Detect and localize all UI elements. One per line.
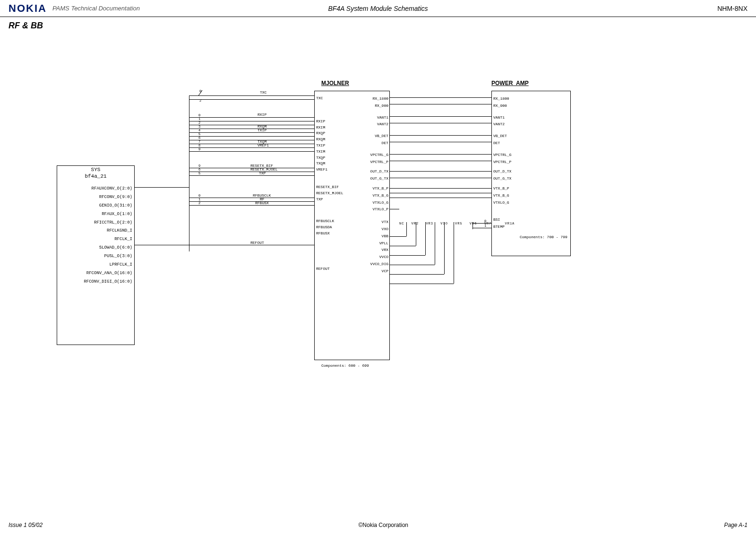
power-amp-title: POWER_AMP [491,80,529,86]
mj-pin: VTXLO_P [365,206,388,213]
wire [189,198,314,198]
net-label: RXIP [258,113,266,117]
mj-pin: VVCO_DIG [365,261,388,268]
wire [390,274,444,275]
mj-pin: VTX [365,219,388,226]
nokia-logo: NOKIA [9,2,47,15]
mj-pin: TXQP [316,155,344,161]
wire [390,265,435,265]
vr-label: VR5 [455,222,463,225]
wire [135,245,314,245]
mj-pin: VTX_B_P [365,185,388,192]
schematic-canvas: MJOLNER POWER_AMP SYS bf4a_21 RFAUXCONV_… [57,71,699,411]
mj-pin: OUT_D_TX [365,168,388,175]
mj-pin: RFBUSX [316,231,344,237]
mj-pin: DET [365,140,388,147]
wire [189,117,314,118]
model-code: NHM-8NX [717,5,747,12]
pa-pin: VANT1 [493,114,511,121]
sys-port: RFCONV_ANA_O(16:0) [84,269,132,278]
wire [189,205,314,206]
wire [390,198,491,198]
net-label: TXP [259,172,266,176]
vr-label: VIO [440,222,448,225]
mj-pin: VRX [365,247,388,254]
vr-label: VR2 [412,222,419,225]
components-note-600: Components: 600 - 699 [321,364,369,368]
pa-pin: OUT_D_TX [493,168,511,175]
mj-pin: VTX_B_G [365,192,388,199]
bus-num: 2 [199,99,201,103]
mj-pin: RFBUSDA [316,224,344,231]
pa-pin: VB_DET [493,133,511,140]
wire [189,99,314,100]
pa-pin: RX_900 [493,103,511,110]
sys-port: RFCLKGND_I [84,227,132,235]
vr-label: NC [399,222,404,225]
wire [189,95,189,251]
wire [390,116,491,117]
sys-port: PUSL_O(3:0) [84,252,132,261]
pa-pin: VTXLO_G [493,199,511,207]
wire [189,136,314,137]
wire [390,161,491,161]
mj-pin: TXQM [316,161,344,167]
wire [472,228,491,228]
wire [189,175,314,176]
net-label: TXIP [258,129,266,133]
wire [390,188,491,189]
net-label: RFBUSX [255,201,269,206]
page-header: NOKIA PAMS Technical Documentation BF4A … [0,0,756,17]
wire [189,147,314,148]
bus-num: 2 [198,202,200,206]
mj-pin: VPLL [365,240,388,247]
net-label: TXC [260,91,266,95]
sys-port: SLOWAD_O(6:0) [84,244,132,252]
wire [390,123,491,123]
wire [189,129,314,129]
bus-num: 9 [198,148,200,152]
issue-date: Issue 1 05/02 [9,522,43,528]
page-footer: Issue 1 05/02 ©Nokia Corporation Page A-… [0,522,756,535]
wire [390,97,491,98]
mjolner-title: MJOLNER [321,80,349,86]
pa-pin: OUT_G_TX [493,175,511,182]
pa-pin: DET [493,140,511,147]
wire [390,171,491,172]
mj-pin: TXC [316,95,344,102]
wire [189,95,314,96]
wire [189,132,314,133]
mj-pin: RXIP [316,119,344,125]
wire [189,201,314,202]
sys-port: RFICCTRL_O(2:0) [84,219,132,227]
sys-port: RFCLK_I [84,235,132,244]
wire [454,222,454,284]
sys-title-line2: bf4a_21 [57,173,134,179]
page-number: Page A-1 [724,522,747,528]
mj-pin: REFOUT [316,266,344,272]
pa-pin: VPCTRL_P [493,159,511,166]
copyright: ©Nokia Corporation [358,522,408,528]
mj-pin: RX_900 [365,103,388,110]
net-label: VREF1 [258,144,269,148]
wire [135,187,189,188]
mj-pin: RESETX_MJOEL [316,190,344,197]
pa-pin: VTX_B_G [493,192,511,199]
wire [390,246,416,246]
mj-pin: TXIM [316,149,344,155]
mj-pin: VANT2 [365,121,388,128]
mj-pin: RFBUSCLK [316,218,344,224]
sys-port-list: RFAUXCONV_O(2:0) RFCONV_O(9:0) GENIO_O(3… [84,185,132,286]
mjolner-right-labels: RX_1800 RX_900 VANT1 VANT2 VB_DET DET VP… [365,95,388,275]
mj-pin: RX_1800 [365,95,388,103]
mj-pin: RXIM [316,125,344,131]
components-note-700: Components: 700 - 799 [520,235,567,240]
wire [390,135,491,136]
mj-pin: VXO [365,226,388,233]
vr-label: VR1A [505,222,515,225]
mj-pin: VBB [365,233,388,240]
pams-subtitle: PAMS Technical Documentation [52,5,140,12]
bus-num: 5 [198,172,200,176]
wire [425,222,426,255]
wire [189,151,314,152]
